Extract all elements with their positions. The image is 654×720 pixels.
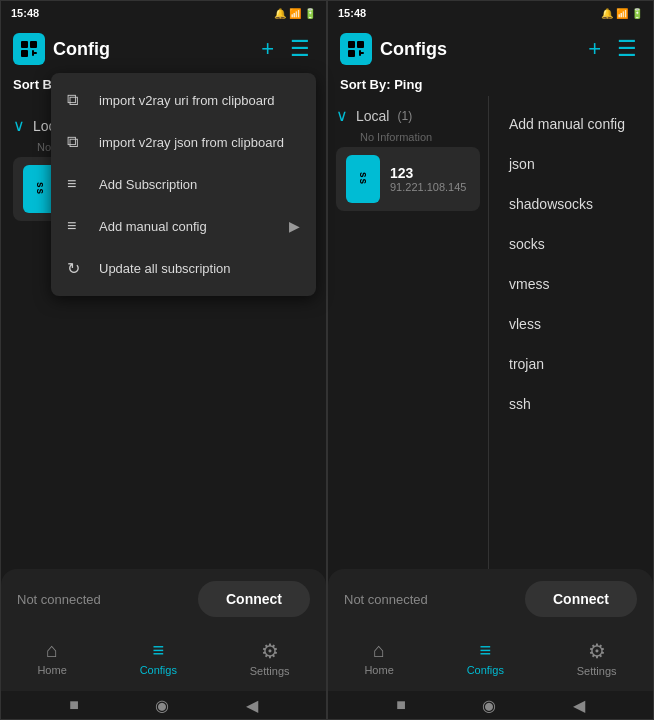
list-icon-2: ≡ (67, 217, 87, 235)
nav-home-label-left: Home (37, 664, 66, 676)
menu-item-add-subscription-label: Add Subscription (99, 177, 197, 192)
nav-home-right[interactable]: ⌂ Home (348, 635, 409, 681)
submenu-arrow-icon: ▶ (289, 218, 300, 234)
server-badge-right: ss (346, 155, 380, 203)
gesture-bar-right: ■ ◉ ◀ (328, 691, 653, 719)
nav-configs-label-left: Configs (140, 664, 177, 676)
menu-item-import-uri-label: import v2ray uri from clipboard (99, 93, 275, 108)
nav-configs-right[interactable]: ≡ Configs (451, 635, 520, 681)
back-gesture-icon-right: ◀ (573, 696, 585, 715)
app-bar-left: Config + ☰ (1, 25, 326, 73)
connection-status-left: Not connected (17, 592, 101, 607)
server-item-right[interactable]: ss 123 91.221.108.145 (336, 147, 480, 211)
square-gesture-icon-right: ■ (396, 696, 406, 714)
submenu-item-ssh[interactable]: ssh (489, 384, 653, 424)
left-phone-panel: 15:48 🔔 📶 🔋 Config + ☰ Sort By: P ⧉ i (0, 0, 327, 720)
chevron-icon-right: ∨ (336, 106, 348, 125)
menu-item-add-subscription[interactable]: ≡ Add Subscription (51, 163, 316, 205)
add-config-button-left[interactable]: + (257, 32, 278, 66)
nav-settings-right[interactable]: ⚙ Settings (561, 635, 633, 681)
sort-label-right: Sort By: (340, 77, 394, 92)
svg-rect-7 (348, 50, 355, 57)
svg-rect-2 (21, 50, 28, 57)
status-bar-left: 15:48 🔔 📶 🔋 (1, 1, 326, 25)
chevron-icon-left: ∨ (13, 116, 25, 135)
dropdown-menu-left: ⧉ import v2ray uri from clipboard ⧉ impo… (51, 73, 316, 296)
nav-settings-label-left: Settings (250, 665, 290, 677)
menu-item-add-manual-config[interactable]: ≡ Add manual config ▶ (51, 205, 316, 247)
sort-bar-right: Sort By: Ping (328, 73, 653, 96)
section-header-right: ∨ Local (1) (336, 100, 480, 131)
app-logo-left (13, 33, 45, 65)
time-left: 15:48 (11, 7, 39, 19)
menu-item-import-json-label: import v2ray json from clipboard (99, 135, 284, 150)
menu-button-right[interactable]: ☰ (613, 32, 641, 66)
bottom-status-right: Not connected Connect (328, 569, 653, 629)
sort-value-right: Ping (394, 77, 422, 92)
page-title-right: Configs (380, 39, 576, 60)
page-title-left: Config (53, 39, 249, 60)
svg-rect-0 (21, 41, 28, 48)
menu-item-import-uri[interactable]: ⧉ import v2ray uri from clipboard (51, 79, 316, 121)
submenu-item-socks[interactable]: socks (489, 224, 653, 264)
server-ip-right: 91.221.108.145 (390, 181, 470, 193)
section-count-right: (1) (397, 109, 412, 123)
circle-gesture-icon-left: ◉ (155, 696, 169, 715)
settings-icon-left: ⚙ (261, 639, 279, 663)
clipboard-icon-2: ⧉ (67, 133, 87, 151)
section-info-right: No Information (336, 131, 480, 143)
submenu-item-json[interactable]: json (489, 144, 653, 184)
menu-item-update-subscription[interactable]: ↻ Update all subscription (51, 247, 316, 290)
nav-home-label-right: Home (364, 664, 393, 676)
submenu-item-add-manual-config[interactable]: Add manual config (489, 104, 653, 144)
time-right: 15:48 (338, 7, 366, 19)
configs-icon-left: ≡ (152, 639, 164, 662)
bottom-nav-right: ⌂ Home ≡ Configs ⚙ Settings (328, 629, 653, 691)
menu-item-import-json[interactable]: ⧉ import v2ray json from clipboard (51, 121, 316, 163)
status-icons-left: 🔔 📶 🔋 (274, 8, 316, 19)
submenu-list-right: Add manual config json shadowsocks socks… (489, 96, 653, 432)
connect-button-right[interactable]: Connect (525, 581, 637, 617)
home-icon-right: ⌂ (373, 639, 385, 662)
nav-configs-left[interactable]: ≡ Configs (124, 635, 193, 681)
status-bar-right: 15:48 🔔 📶 🔋 (328, 1, 653, 25)
circle-gesture-icon-right: ◉ (482, 696, 496, 715)
home-icon-left: ⌂ (46, 639, 58, 662)
server-info-right: 123 91.221.108.145 (390, 165, 470, 193)
submenu-item-trojan[interactable]: trojan (489, 344, 653, 384)
configs-icon-right: ≡ (479, 639, 491, 662)
svg-rect-5 (348, 41, 355, 48)
connect-button-left[interactable]: Connect (198, 581, 310, 617)
refresh-icon: ↻ (67, 259, 87, 278)
submenu-item-vmess[interactable]: vmess (489, 264, 653, 304)
submenu-item-shadowsocks[interactable]: shadowsocks (489, 184, 653, 224)
section-title-right: Local (356, 108, 389, 124)
svg-rect-9 (359, 50, 361, 56)
back-gesture-icon-left: ◀ (246, 696, 258, 715)
connection-status-right: Not connected (344, 592, 428, 607)
gesture-bar-left: ■ ◉ ◀ (1, 691, 326, 719)
app-logo-right (340, 33, 372, 65)
svg-rect-4 (32, 50, 34, 56)
menu-item-update-subscription-label: Update all subscription (99, 261, 231, 276)
svg-rect-1 (30, 41, 37, 48)
app-bar-right: Configs + ☰ (328, 25, 653, 73)
server-list-right: ∨ Local (1) No Information ss 123 91.221… (328, 96, 488, 569)
nav-home-left[interactable]: ⌂ Home (21, 635, 82, 681)
bottom-status-left: Not connected Connect (1, 569, 326, 629)
submenu-panel-right: Add manual config json shadowsocks socks… (488, 96, 653, 569)
nav-settings-left[interactable]: ⚙ Settings (234, 635, 306, 681)
bottom-nav-left: ⌂ Home ≡ Configs ⚙ Settings (1, 629, 326, 691)
status-icons-right: 🔔 📶 🔋 (601, 8, 643, 19)
nav-configs-label-right: Configs (467, 664, 504, 676)
add-config-button-right[interactable]: + (584, 32, 605, 66)
menu-button-left[interactable]: ☰ (286, 32, 314, 66)
list-icon-1: ≡ (67, 175, 87, 193)
main-content-right: ∨ Local (1) No Information ss 123 91.221… (328, 96, 653, 569)
nav-settings-label-right: Settings (577, 665, 617, 677)
clipboard-icon-1: ⧉ (67, 91, 87, 109)
settings-icon-right: ⚙ (588, 639, 606, 663)
server-name-right: 123 (390, 165, 470, 181)
submenu-item-vless[interactable]: vless (489, 304, 653, 344)
right-phone-panel: 15:48 🔔 📶 🔋 Configs + ☰ Sort By: Ping (327, 0, 654, 720)
